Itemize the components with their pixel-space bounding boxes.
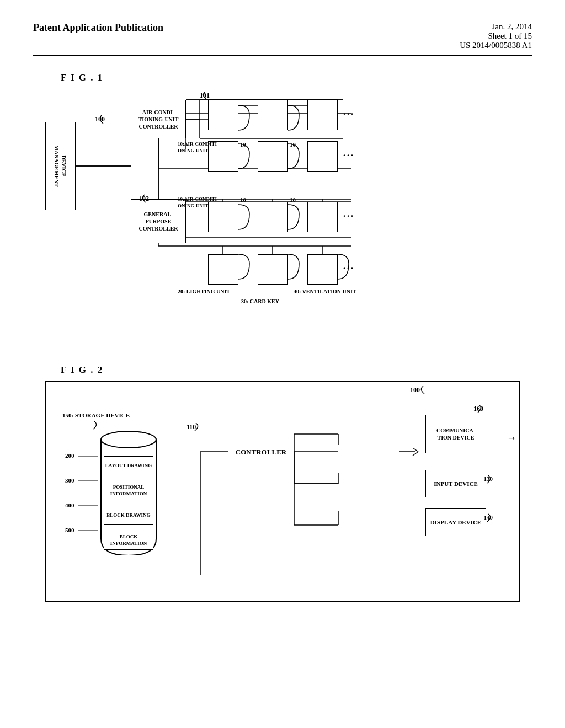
fig1-label: F I G . 1 — [61, 72, 532, 83]
row4-box3 — [307, 254, 338, 285]
ref130-curve — [486, 474, 500, 484]
row2-box2 — [258, 141, 288, 172]
comm-device-label: COMMUNICA-TION DEVICE — [436, 427, 475, 441]
mgmt-device-box: MANAGEMENT DEVICE — [45, 122, 76, 210]
ref-10a: 10 — [240, 141, 246, 148]
dots-row4: ... — [343, 261, 355, 271]
ref-10c: 10 — [240, 196, 246, 203]
header-date: Jan. 2, 2014 — [460, 22, 532, 31]
svg-line-76 — [413, 452, 418, 456]
fig2-diagram: 100 110 CONTROLLER 160 COMMUNICA-TION DE… — [45, 381, 520, 602]
dots-row3: ... — [343, 209, 355, 219]
dots-row2: ... — [343, 148, 355, 158]
row4-box1 — [208, 254, 238, 285]
right-arrow: → — [507, 432, 516, 444]
ref100-curve — [92, 114, 109, 125]
block-info-box: BLOCK INFORMATION — [104, 531, 153, 550]
row1-box3 — [307, 100, 338, 130]
fig2-label: F I G . 2 — [61, 365, 532, 376]
ref-10b: 10 — [290, 141, 296, 148]
row3-box2 — [258, 202, 288, 232]
header-sheet: Sheet 1 of 15 — [460, 31, 532, 41]
ref102-curve — [136, 194, 150, 204]
controller-label: CONTROLLER — [236, 448, 286, 457]
ref-500: 500 — [65, 527, 74, 533]
ref140-curve — [486, 513, 500, 523]
comm-device-box: COMMUNICA-TION DEVICE — [425, 415, 486, 453]
fig1-diagram: MANAGEMENT DEVICE 100 AIR-CONDI-TIONING-… — [45, 89, 520, 354]
positional-info-box: POSITIONAL INFORMATION — [104, 481, 153, 500]
mgmt-device-label: MANAGEMENT DEVICE — [54, 145, 68, 187]
fig2-section: F I G . 2 — [33, 365, 532, 602]
ref101-curve — [196, 90, 210, 100]
row2-box3 — [307, 141, 338, 172]
page: Patent Application Publication Jan. 2, 2… — [0, 0, 565, 728]
header-info: Jan. 2, 2014 Sheet 1 of 15 US 2014/00058… — [460, 22, 532, 50]
row1-box2 — [258, 100, 288, 130]
row1-box1 — [208, 100, 238, 130]
svg-point-86 — [101, 431, 156, 448]
display-device-label: DISPLAY DEVICE — [430, 519, 481, 526]
ref100-curve-fig2 — [414, 385, 428, 395]
layout-drawing-box: LAYOUT DRAWING — [104, 456, 153, 475]
input-device-label: INPUT DEVICE — [434, 480, 478, 487]
acu-controller-box: AIR-CONDI-TIONING-UNITCONTROLLER — [131, 100, 186, 138]
dots-row1: ... — [343, 107, 355, 117]
ref110-curve — [194, 422, 207, 432]
input-device-box: INPUT DEVICE — [425, 470, 486, 497]
air-cond-label-row2: 10:AIR-CONDITIONING UNIT — [178, 196, 217, 209]
ref-300: 300 — [65, 477, 74, 484]
ref-200: 200 — [65, 452, 74, 459]
ref-400: 400 — [65, 502, 74, 508]
gpc-label: GENERAL-PURPOSECONTROLLER — [138, 211, 178, 232]
svg-line-75 — [413, 448, 418, 452]
ref160-curve — [477, 404, 491, 414]
row3-box3 — [307, 202, 338, 232]
label-40: 40: VENTILATION UNIT — [294, 288, 356, 295]
label-20: 20: LIGHTING UNIT — [178, 288, 230, 295]
display-device-box: DISPLAY DEVICE — [425, 508, 486, 536]
label-30: 30: CARD KEY — [241, 298, 279, 304]
header-patent: US 2014/0005838 A1 — [460, 41, 532, 50]
cylinder-container: LAYOUT DRAWING POSITIONAL INFORMATION BL… — [98, 429, 159, 555]
row4-box2 — [258, 254, 288, 285]
acu-controller-label: AIR-CONDI-TIONING-UNITCONTROLLER — [138, 109, 179, 130]
publication-title: Patent Application Publication — [33, 22, 163, 34]
page-header: Patent Application Publication Jan. 2, 2… — [33, 22, 532, 56]
block-drawing-box: BLOCK DRAWING — [104, 506, 153, 525]
storage-device-label: 150: STORAGE DEVICE — [62, 412, 130, 419]
ref-10d: 10 — [290, 196, 296, 203]
air-cond-label-row1: 10:AIR-CONDITIONING UNIT — [178, 141, 217, 154]
fig1-section: F I G . 1 — [33, 72, 532, 354]
controller-box: CONTROLLER — [228, 437, 294, 467]
